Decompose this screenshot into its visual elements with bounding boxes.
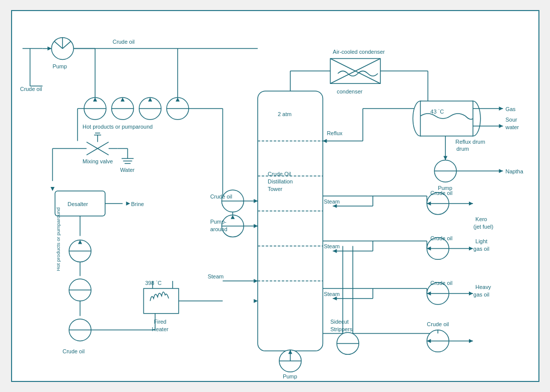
hot-products2-label: Hot products or pumparound: [55, 208, 61, 271]
pumparound-label: Pump-: [210, 219, 226, 225]
tower-pressure-label: 2 atm: [277, 111, 291, 117]
svg-rect-79: [258, 91, 323, 351]
fired-heater-label: Fired: [153, 319, 166, 325]
light-gas-oil-label2: gas oil: [473, 246, 489, 252]
steam-r2-label: Steam: [324, 243, 340, 249]
water-label: Water: [120, 167, 134, 173]
svg-marker-100: [499, 107, 503, 111]
sour-water-label: Sour: [505, 117, 517, 123]
crude-oil-r1-label: Crude oil: [430, 190, 452, 196]
svg-marker-142: [468, 291, 473, 296]
steam-r3-label: Steam: [324, 291, 340, 297]
hot-products-label: Hot products or pumparound: [83, 124, 152, 130]
sour-water-label2: water: [505, 124, 519, 130]
svg-marker-120: [468, 202, 473, 206]
pumparound-label2: around: [210, 226, 227, 232]
pump-bottom-label: Pump: [282, 373, 297, 379]
svg-marker-77: [254, 199, 258, 203]
steam-r1-label: Steam: [324, 199, 340, 205]
svg-marker-135: [333, 297, 337, 301]
light-gas-oil-label: Light: [475, 238, 487, 244]
svg-marker-29: [87, 142, 98, 155]
fired-heater-label2: Heater: [151, 326, 168, 332]
tower-label: Crude Oil: [268, 171, 291, 177]
gas-label: Gas: [505, 106, 516, 112]
steam-input-label: Steam: [207, 273, 223, 279]
temp-43-label: 43 `C: [430, 109, 444, 115]
crude-oil-mid-label: Crude oil: [210, 193, 232, 200]
sidecut-strippers-label: Sidecut: [330, 319, 348, 325]
crude-oil-bottom-label: Crude oil: [62, 348, 85, 354]
svg-marker-73: [254, 224, 258, 228]
svg-marker-131: [468, 246, 473, 250]
crude-oil-r2-label: Crude oil: [430, 235, 452, 241]
crude-oil-r4-label: Crude oil: [427, 321, 449, 327]
svg-marker-66: [254, 299, 258, 303]
crude-oil-inlet-label: Crude oil: [20, 86, 42, 92]
svg-marker-109: [499, 169, 503, 173]
crude-oil-line-label: Crude oil: [112, 39, 134, 45]
svg-marker-113: [333, 204, 337, 208]
reflux-drum-label2: drum: [456, 146, 469, 152]
condenser-label: condenser: [337, 88, 362, 94]
svg-marker-102: [499, 124, 503, 128]
svg-marker-7: [47, 47, 51, 51]
kero-label2: (jet fuel): [473, 224, 493, 230]
naptha-label: Naptha: [505, 168, 523, 174]
heavy-gas-oil-label2: gas oil: [473, 291, 489, 298]
svg-marker-149: [468, 339, 473, 343]
svg-marker-68: [254, 279, 258, 283]
desalter-label: Desalter: [67, 201, 88, 207]
brine-label: Brine: [131, 201, 144, 207]
mixing-valve-label: Mixing valve: [83, 158, 113, 164]
svg-marker-30: [97, 142, 108, 155]
diagram-container: Pump Crude oil Crude oil Hot products or…: [11, 10, 539, 382]
temp-398-label: 398 `C: [145, 280, 162, 286]
kero-label: Kero: [475, 216, 487, 222]
svg-marker-124: [333, 249, 337, 253]
svg-marker-95: [323, 139, 327, 143]
crude-oil-r3-label: Crude oil: [430, 280, 452, 286]
pump-top-label: Pump: [52, 63, 67, 69]
tower-label3: Tower: [268, 186, 283, 192]
svg-rect-98: [420, 101, 473, 136]
heavy-gas-oil-label: Heavy: [475, 284, 491, 290]
svg-marker-43: [50, 187, 54, 191]
reflux-label: Reflux: [327, 130, 343, 136]
air-cooled-label: Air-cooled condenser: [333, 49, 385, 55]
svg-rect-62: [143, 288, 179, 314]
svg-marker-46: [126, 202, 130, 206]
tower-label2: Distillation: [268, 178, 293, 184]
sidecut-strippers-label2: Strippers: [330, 326, 352, 332]
reflux-drum-label: Reflux drum: [455, 139, 485, 145]
